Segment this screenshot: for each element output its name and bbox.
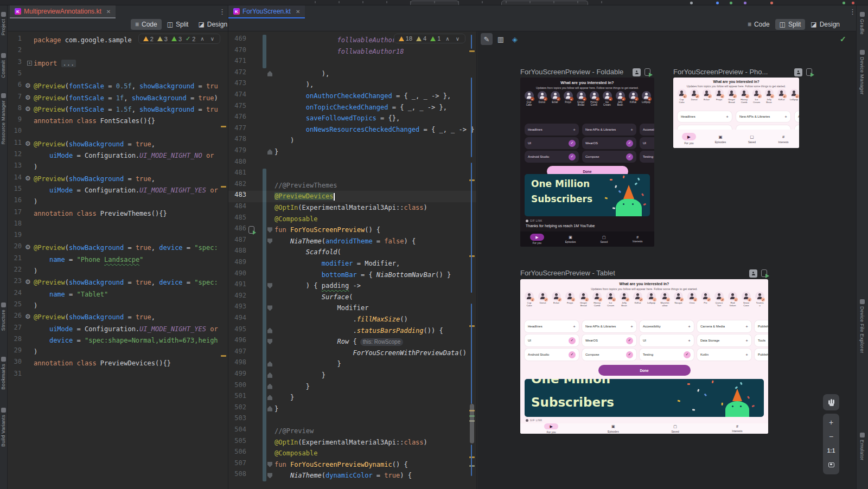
stripe-item-device-manager[interactable]: Device Manager	[859, 50, 865, 95]
code-line[interactable]: 13)	[8, 162, 228, 173]
code-line[interactable]: 472 ),	[228, 68, 476, 80]
preview-gear-icon[interactable]: ⚙	[25, 140, 31, 147]
run-preview-icon[interactable]	[248, 226, 254, 234]
stripe-item-project[interactable]: Project	[1, 12, 6, 35]
next-issue-chevron-icon[interactable]: ∨	[209, 36, 215, 42]
code-line[interactable]: 476 saveFollowedTopics = {},	[228, 113, 476, 124]
code-line[interactable]: 508 NiaTheme(dynamicColor = true) {	[228, 470, 476, 481]
zoom-out-button[interactable]: −	[824, 430, 838, 443]
code-line[interactable]: 506@Composable	[228, 448, 476, 459]
code-line[interactable]: 473 ),	[228, 79, 476, 91]
code-line[interactable]: 10	[8, 127, 228, 138]
code-line[interactable]: 27 uiMode = Configuration.UI_MODE_NIGHT_…	[8, 324, 228, 335]
fold-marker-icon[interactable]	[267, 395, 272, 400]
code-line[interactable]: 18	[8, 220, 228, 231]
ui-check-mode-icon[interactable]: ✎	[481, 33, 493, 45]
stripe-item-structure[interactable]: Structure	[1, 303, 6, 331]
scrollbar-thumb[interactable]	[470, 404, 474, 443]
inspections-widget[interactable]: 1841∧∨	[394, 34, 465, 43]
preview-gear-icon[interactable]: ⚙	[25, 313, 31, 320]
code-line[interactable]: 12 uiMode = Configuration.UI_MODE_NIGHT_…	[8, 150, 228, 162]
layout-validation-icon[interactable]: ▥	[495, 33, 507, 45]
fold-marker-icon[interactable]	[267, 406, 272, 411]
zoom-in-button[interactable]: +	[824, 416, 838, 429]
code-line[interactable]: 498 }	[228, 358, 476, 370]
interactive-mode-icon[interactable]	[749, 269, 757, 278]
tab-options-kebab-icon[interactable]: ⋮	[849, 8, 856, 16]
code-line[interactable]: 483@PreviewDevices	[228, 191, 476, 202]
view-mode-design[interactable]: ◪Design	[194, 19, 232, 30]
code-line[interactable]: 492 Surface(	[228, 292, 476, 303]
code-line[interactable]: 489 modifier = Modifier,	[228, 258, 476, 269]
view-mode-code[interactable]: ≡Code	[131, 19, 162, 30]
tab-multipreview-annotations[interactable]: K MultipreviewAnnotations.kt ✕	[10, 5, 116, 18]
code-line[interactable]: 478 )	[228, 135, 476, 146]
code-line[interactable]: 31	[8, 370, 228, 381]
code-line[interactable]: 495 .statusBarsPadding()) {	[228, 325, 476, 337]
code-line[interactable]: 490 bottomBar = { NiaBottomNavBar() }	[228, 269, 476, 281]
code-line[interactable]: 25)	[8, 300, 228, 312]
code-line[interactable]: 477 onNewsResourcesCheckedChanged = { _,…	[228, 124, 476, 136]
code-line[interactable]: 499 }	[228, 370, 476, 381]
stripe-item-resource-manager[interactable]: Resource Manager	[1, 93, 6, 144]
code-line[interactable]: 17annotation class PreviewThemes(){}	[8, 208, 228, 220]
preview-card-phone[interactable]: What are you interested in?Updates from …	[673, 78, 799, 148]
code-line[interactable]: 8⚙@Preview(fontScale = 1.5f, showBackgro…	[8, 104, 228, 115]
code-line[interactable]: 3+import ...	[8, 58, 228, 69]
run-preview-device-icon[interactable]	[761, 269, 767, 277]
code-line[interactable]: 11⚙@Preview(showBackground = true,	[8, 139, 228, 150]
code-line[interactable]: 486fun ForYouScreenPreview() {	[228, 224, 476, 236]
preview-canvas[interactable]: ForYouScreenPreview - FoldableWhat are y…	[477, 47, 856, 489]
interactive-mode-icon[interactable]	[794, 68, 802, 76]
code-line[interactable]: 501 }	[228, 392, 476, 403]
code-line[interactable]: 493 Modifier	[228, 303, 476, 314]
preview-gear-icon[interactable]: ⚙	[25, 175, 31, 182]
code-line[interactable]: 480	[228, 158, 476, 169]
layers-icon[interactable]: ◈	[509, 33, 521, 45]
code-line[interactable]: 497 ForYouScreenWithPreviewData()	[228, 348, 476, 359]
code-line[interactable]: 30annotation class PreviewDevices(){}	[8, 358, 228, 369]
fold-marker-icon[interactable]	[267, 71, 272, 76]
code-line[interactable]: 479}	[228, 146, 476, 158]
run-preview-device-icon[interactable]	[644, 68, 650, 76]
code-line[interactable]: 20⚙@Preview(showBackground = true, devic…	[8, 242, 228, 254]
code-line[interactable]: 496 Row {this: RowScope	[228, 336, 476, 348]
stripe-item-emulator[interactable]: Emulator	[859, 433, 865, 460]
code-line[interactable]: 9annotation class FontScales(){}	[8, 115, 228, 127]
view-mode-code[interactable]: ≡Code	[743, 19, 774, 30]
fold-marker-icon[interactable]	[267, 361, 272, 366]
code-line[interactable]: 488 Scaffold(	[228, 247, 476, 258]
code-line[interactable]: 19	[8, 231, 228, 242]
code-line[interactable]: 500 }	[228, 381, 476, 393]
fold-marker-icon[interactable]	[267, 462, 272, 467]
code-line[interactable]: 22)	[8, 266, 228, 277]
code-line[interactable]: 502}	[228, 403, 476, 415]
preview-gear-icon[interactable]: ⚙	[25, 94, 31, 101]
code-line[interactable]: 481	[228, 169, 476, 180]
view-mode-design[interactable]: ◪Design	[806, 19, 844, 30]
editor-multipreview[interactable]: 1package com.google.sample23+import ...5…	[8, 31, 228, 489]
preview-gear-icon[interactable]: ⚙	[25, 82, 31, 89]
run-preview-device-icon[interactable]	[806, 68, 812, 76]
fold-marker-icon[interactable]	[267, 305, 272, 311]
code-line[interactable]: 507fun ForYouScreenPreviewDynamic() {	[228, 459, 476, 471]
fold-marker-icon[interactable]	[267, 339, 272, 344]
interactive-mode-icon[interactable]	[633, 68, 641, 76]
zoom-actual-button[interactable]: 1:1	[824, 444, 838, 457]
code-line[interactable]: 28 device = "spec:shape=Normal,width=673…	[8, 335, 228, 346]
code-line[interactable]: 15 uiMode = Configuration.UI_MODE_NIGHT_…	[8, 185, 228, 196]
code-line[interactable]: 494 .fillMaxSize()	[228, 314, 476, 325]
view-mode-split[interactable]: ◫Split	[163, 19, 193, 30]
fold-marker-icon[interactable]	[267, 328, 272, 333]
fold-marker-icon[interactable]	[267, 283, 272, 288]
code-line[interactable]: 21 name = "Phone Landsacpe"	[8, 254, 228, 266]
code-line[interactable]: 2	[8, 46, 228, 57]
zoom-fit-button[interactable]	[824, 458, 838, 471]
code-line[interactable]: 5	[8, 69, 228, 81]
preview-gear-icon[interactable]: ⚙	[25, 244, 31, 250]
fold-marker-icon[interactable]	[267, 384, 272, 389]
stripe-item-bookmarks[interactable]: Bookmarks	[1, 357, 6, 390]
fold-marker-icon[interactable]	[267, 473, 272, 478]
stripe-item-gradle[interactable]: Gradle	[859, 12, 865, 35]
fold-expand-icon[interactable]: +	[27, 61, 32, 66]
